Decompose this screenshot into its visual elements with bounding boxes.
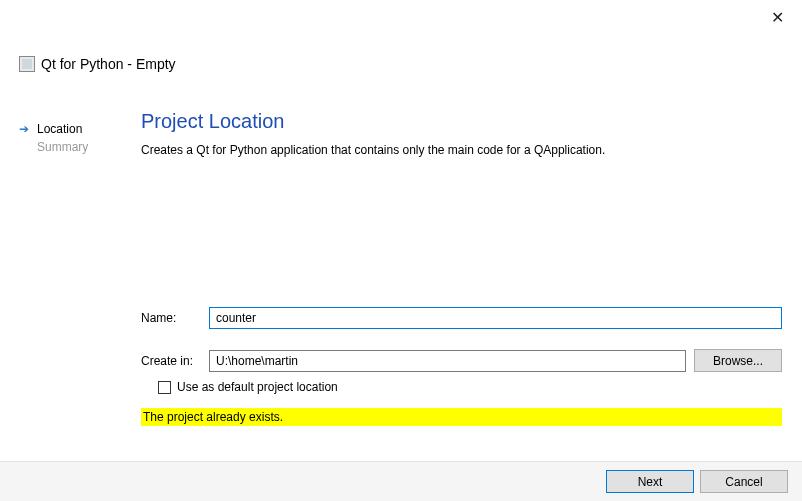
main-content: Project Location Creates a Qt for Python… — [141, 110, 782, 426]
default-location-checkbox[interactable] — [158, 381, 171, 394]
sidebar-item-summary[interactable]: Summary — [19, 140, 119, 154]
name-label: Name: — [141, 311, 209, 325]
sidebar-item-label: Location — [37, 122, 82, 136]
name-input[interactable] — [209, 307, 782, 329]
name-row: Name: — [141, 307, 782, 329]
page-heading: Project Location — [141, 110, 782, 133]
cancel-button[interactable]: Cancel — [700, 470, 788, 493]
createin-label: Create in: — [141, 354, 209, 368]
wizard-footer: Next Cancel — [0, 461, 802, 501]
wizard-title: Qt for Python - Empty — [41, 56, 176, 72]
browse-button[interactable]: Browse... — [694, 349, 782, 372]
sidebar-item-location[interactable]: ➔ Location — [19, 122, 119, 136]
project-icon — [19, 56, 35, 72]
createin-row: Create in: Browse... — [141, 349, 782, 372]
default-location-label: Use as default project location — [177, 380, 338, 394]
wizard-header: Qt for Python - Empty — [19, 56, 176, 72]
page-description: Creates a Qt for Python application that… — [141, 143, 782, 157]
sidebar-item-label: Summary — [37, 140, 88, 154]
arrow-right-icon: ➔ — [19, 122, 33, 136]
close-icon[interactable]: ✕ — [771, 10, 784, 26]
next-button[interactable]: Next — [606, 470, 694, 493]
wizard-steps-sidebar: ➔ Location Summary — [19, 122, 119, 158]
default-location-row: Use as default project location — [158, 380, 782, 394]
warning-banner: The project already exists. — [141, 408, 782, 426]
createin-input[interactable] — [209, 350, 686, 372]
